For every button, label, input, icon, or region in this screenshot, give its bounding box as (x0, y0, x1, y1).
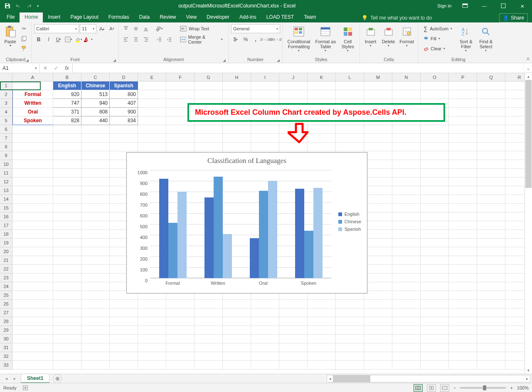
zoom-slider[interactable] (460, 387, 506, 389)
cell[interactable] (12, 274, 53, 282)
redo-icon[interactable] (24, 1, 34, 11)
cell[interactable] (12, 134, 53, 143)
scroll-up-icon[interactable]: ▴ (525, 73, 532, 80)
launcher-icon[interactable]: ◢ (277, 58, 280, 62)
cell[interactable] (449, 239, 477, 247)
row-header[interactable]: 19 (0, 239, 12, 247)
cell[interactable] (421, 160, 449, 169)
qat-customize-icon[interactable]: ▾ (35, 1, 41, 11)
cell[interactable] (81, 204, 110, 212)
tell-me-search[interactable]: 💡 Tell me what you want to do (362, 15, 432, 21)
cell[interactable] (421, 125, 449, 134)
cell[interactable]: 513 (81, 90, 110, 99)
conditional-formatting-button[interactable]: Conditional Formatting ▾ (285, 24, 313, 52)
cell[interactable] (223, 361, 251, 370)
cell[interactable] (308, 352, 336, 361)
cell[interactable] (53, 151, 81, 160)
cell[interactable] (364, 291, 392, 300)
cell[interactable] (477, 134, 505, 143)
cell[interactable] (251, 326, 279, 335)
cell[interactable] (53, 317, 81, 326)
row-header[interactable]: 25 (0, 291, 12, 300)
cell[interactable] (477, 90, 505, 99)
new-sheet-button[interactable]: ⊕ (53, 374, 62, 383)
cell[interactable] (166, 335, 195, 343)
cell[interactable]: 900 (110, 108, 138, 116)
row-header[interactable]: 26 (0, 300, 12, 308)
cell[interactable]: 808 (81, 108, 110, 116)
align-center-button[interactable] (131, 35, 140, 44)
cell[interactable] (110, 143, 138, 151)
chart-bar[interactable] (177, 192, 187, 278)
delete-cells-button[interactable]: Delete▾ (380, 24, 397, 52)
row-header[interactable]: 30 (0, 335, 12, 343)
cell[interactable] (449, 143, 477, 151)
vertical-scrollbar[interactable]: ▴ ▾ (525, 73, 532, 374)
cell[interactable] (392, 143, 421, 151)
align-top-button[interactable] (121, 24, 131, 33)
cell[interactable] (110, 335, 138, 343)
cell[interactable] (195, 134, 223, 143)
cell[interactable] (279, 300, 308, 308)
cell[interactable] (477, 151, 505, 160)
formula-bar[interactable] (73, 63, 524, 73)
cell[interactable] (53, 186, 81, 195)
row-header[interactable]: 11 (0, 169, 12, 178)
cell[interactable] (81, 134, 110, 143)
cell[interactable] (308, 81, 336, 90)
cell[interactable]: English (53, 81, 81, 90)
expand-formula-bar-icon[interactable]: ⌄ (524, 63, 532, 73)
cell[interactable]: Written (12, 99, 53, 108)
cell[interactable] (364, 169, 392, 178)
horizontal-scrollbar[interactable]: ◂ ▸ (327, 375, 530, 382)
cell[interactable] (392, 81, 421, 90)
cell[interactable] (308, 143, 336, 151)
cell[interactable] (449, 116, 477, 125)
cell[interactable] (392, 247, 421, 256)
cell[interactable] (166, 352, 195, 361)
cell[interactable] (364, 160, 392, 169)
align-middle-button[interactable] (131, 24, 140, 33)
cell[interactable] (53, 195, 81, 204)
cell[interactable] (138, 99, 166, 108)
cell[interactable] (279, 308, 308, 317)
row-header[interactable]: 20 (0, 247, 12, 256)
cell[interactable] (308, 90, 336, 99)
cell[interactable] (53, 274, 81, 282)
chart-bar[interactable] (250, 238, 259, 278)
cell[interactable] (421, 134, 449, 143)
cell[interactable] (449, 247, 477, 256)
cell[interactable] (364, 335, 392, 343)
cell[interactable] (81, 247, 110, 256)
cell[interactable] (195, 143, 223, 151)
cell[interactable] (12, 326, 53, 335)
cell[interactable] (392, 221, 421, 230)
cell[interactable] (421, 247, 449, 256)
borders-button[interactable]: ▾ (64, 35, 73, 44)
cell[interactable] (223, 352, 251, 361)
cell[interactable] (477, 195, 505, 204)
cell-styles-button[interactable]: Cell Styles ▾ (338, 24, 357, 52)
cell[interactable] (364, 212, 392, 221)
cell[interactable] (12, 308, 53, 317)
cell[interactable] (81, 282, 110, 291)
row-header[interactable]: 1 (0, 81, 12, 90)
comma-format-button[interactable]: , (251, 35, 260, 44)
chart-bar[interactable] (168, 223, 177, 278)
cell[interactable] (223, 81, 251, 90)
cell[interactable] (449, 186, 477, 195)
cell[interactable] (364, 195, 392, 204)
format-painter-button[interactable] (20, 44, 29, 53)
cell[interactable] (81, 230, 110, 239)
cell[interactable] (110, 300, 138, 308)
cell[interactable] (421, 308, 449, 317)
cell[interactable] (364, 361, 392, 370)
cell[interactable] (336, 335, 364, 343)
row-header[interactable]: 17 (0, 221, 12, 230)
cell[interactable] (364, 308, 392, 317)
tab-home[interactable]: Home (20, 12, 43, 22)
cell[interactable] (110, 317, 138, 326)
chart-bar[interactable] (295, 189, 304, 278)
row-header[interactable]: 14 (0, 195, 12, 204)
cell[interactable]: 747 (53, 99, 81, 108)
